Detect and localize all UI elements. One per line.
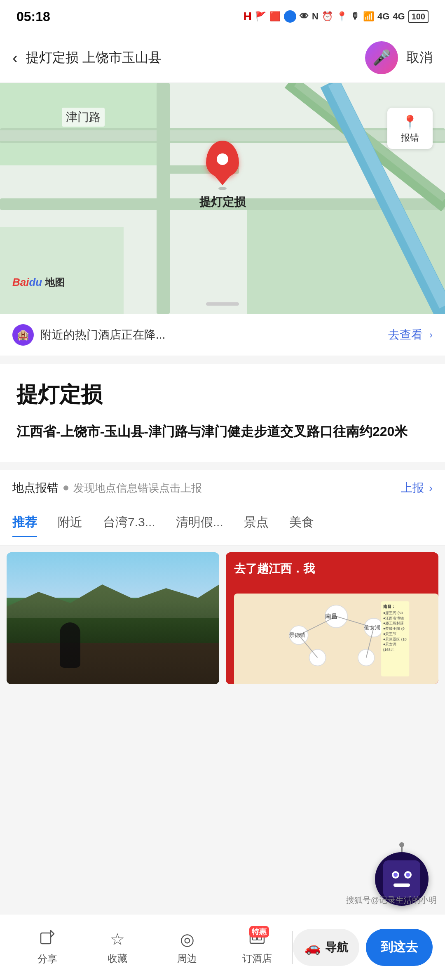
content-item-mountain[interactable] xyxy=(7,552,219,684)
svg-point-14 xyxy=(309,649,326,666)
tab-推荐[interactable]: 推荐 xyxy=(12,514,37,537)
status-time: 05:18 xyxy=(16,9,50,24)
nav-item-hotel[interactable]: 特惠 订酒店 xyxy=(222,929,292,965)
tab-景点[interactable]: 景点 xyxy=(244,514,269,537)
star-icon: ☆ xyxy=(110,930,125,949)
svg-text:(168元: (168元 xyxy=(383,648,394,652)
svg-text:●江西省博物: ●江西省博物 xyxy=(383,616,404,620)
baidu-logo: Baidu 地图 xyxy=(12,276,65,289)
error-dot-icon xyxy=(63,485,68,490)
report-link[interactable]: 上报 xyxy=(401,480,424,496)
hotel-special-badge: 特惠 xyxy=(249,926,269,938)
nav-item-share[interactable]: 分享 xyxy=(12,929,82,966)
collect-label: 收藏 xyxy=(108,952,127,965)
flag-icon-1: 🚩 xyxy=(255,11,266,22)
nav-right-buttons: 🚗 导航 到这去 xyxy=(293,929,433,966)
svg-rect-5 xyxy=(0,130,445,141)
mountain-image xyxy=(7,552,219,684)
go-here-button[interactable]: 到这去 xyxy=(366,929,433,966)
robot-left-eye xyxy=(392,871,399,879)
search-bar: ‹ 🎤 取消 xyxy=(0,33,445,83)
svg-rect-33 xyxy=(41,933,51,944)
pin-dot xyxy=(217,153,228,165)
baidu-text-bai: Bai xyxy=(12,276,29,288)
pin-shadow xyxy=(218,187,227,190)
svg-text:●景区景区 (18: ●景区景区 (18 xyxy=(383,637,407,641)
mic-status-icon: 🎙 xyxy=(351,11,360,22)
map-container: 津门路 提灯定损 Baidu 地图 📍 报错 xyxy=(0,83,445,314)
nav-item-nearby[interactable]: ◎ 周边 xyxy=(152,930,222,965)
tab-台湾[interactable]: 台湾7.3... xyxy=(103,514,155,537)
poster-map-area: 南昌 景德镇 仙女湖 南昌： ●滕王阁 (50 ●江西省博物 ●滕王阁村落 ●梦… xyxy=(234,594,438,684)
svg-text:●景女洲: ●景女洲 xyxy=(383,642,396,646)
robot-right-pupil xyxy=(406,873,410,877)
chevron-right-icon: › xyxy=(429,329,433,341)
tab-美食[interactable]: 美食 xyxy=(289,514,314,537)
hotel-nav-icon: 特惠 xyxy=(248,929,266,949)
search-input[interactable] xyxy=(26,50,357,66)
share-label: 分享 xyxy=(37,952,57,966)
battery-icon: 100 xyxy=(408,10,429,23)
nav-item-collect[interactable]: ☆ 收藏 xyxy=(82,930,152,965)
svg-text:景德镇: 景德镇 xyxy=(289,632,305,638)
alarm-icon: ⏰ xyxy=(322,11,333,22)
baidu-text-du: du xyxy=(29,276,42,288)
4g-icon-2: 4G xyxy=(393,11,405,22)
hotel-view-link[interactable]: 去查看 xyxy=(388,327,423,343)
navigate-label: 导航 xyxy=(325,940,348,955)
svg-text:●梦滕王阁 (9: ●梦滕王阁 (9 xyxy=(383,627,405,631)
report-error-button[interactable]: 📍 报错 xyxy=(387,108,433,149)
mic-button[interactable]: 🎤 xyxy=(365,41,398,74)
location-pin: 提灯定损 xyxy=(199,141,246,210)
robot-antenna-icon xyxy=(401,846,403,852)
robot-face xyxy=(383,860,420,898)
go-here-label: 到这去 xyxy=(381,939,418,956)
circle-icon xyxy=(284,10,296,23)
svg-point-15 xyxy=(358,649,375,666)
svg-text:仙女湖: 仙女湖 xyxy=(364,624,380,631)
svg-text:●滕王阁村落: ●滕王阁村落 xyxy=(383,621,404,625)
drag-handle[interactable] xyxy=(206,302,239,306)
4g-icon-1: 4G xyxy=(377,11,389,22)
svg-text:●景王节: ●景王节 xyxy=(383,632,396,636)
error-banner: 地点报错 发现地点信息错误点击上报 上报 › xyxy=(0,470,445,506)
baidu-text-map: 地图 xyxy=(45,277,65,288)
hotel-icon: 🏨 xyxy=(12,324,34,346)
hotel-banner-text: 附近的热门酒店正在降... xyxy=(40,327,382,343)
navigate-button[interactable]: 🚗 导航 xyxy=(293,929,360,966)
status-icons: H 🚩 🟥 👁 N ⏰ 📍 🎙 📶 4G 4G 100 xyxy=(244,10,429,23)
info-card: 提灯定损 江西省-上饶市-玉山县-津门路与津门健走步道交叉路口往南约220米 xyxy=(0,364,445,462)
pin-label: 提灯定损 xyxy=(199,194,246,210)
nearby-icon: ◎ xyxy=(180,930,194,949)
cancel-button[interactable]: 取消 xyxy=(406,49,433,67)
wifi-icon: 📶 xyxy=(363,11,374,22)
nearby-label: 周边 xyxy=(177,952,197,965)
hotel-nav-label: 订酒店 xyxy=(242,952,272,965)
report-icon: 📍 xyxy=(402,114,418,130)
hotel-banner: 🏨 附近的热门酒店正在降... 去查看 › xyxy=(0,314,445,356)
place-name: 提灯定损 xyxy=(16,380,429,409)
huawei-icon: H xyxy=(244,10,252,23)
watermark: 搜狐号@记录生活的小明 xyxy=(346,895,437,906)
tab-附近[interactable]: 附近 xyxy=(58,514,82,537)
mic-icon: 🎤 xyxy=(372,49,391,66)
robot-right-eye xyxy=(404,871,412,879)
flag-icon-2: 🟥 xyxy=(269,11,281,22)
bottom-nav: 分享 ☆ 收藏 ◎ 周边 特惠 订酒店 🚗 导航 到这去 xyxy=(0,914,445,980)
hotel-icon-symbol: 🏨 xyxy=(17,329,29,341)
report-text: 报错 xyxy=(401,132,419,144)
error-banner-desc: 发现地点信息错误点击上报 xyxy=(73,481,396,495)
svg-text:●滕王阁 (50: ●滕王阁 (50 xyxy=(383,611,403,615)
robot-mouth xyxy=(393,883,410,887)
place-address: 江西省-上饶市-玉山县-津门路与津门健走步道交叉路口往南约220米 xyxy=(16,422,429,441)
share-icon xyxy=(39,929,56,949)
nfc-icon: N xyxy=(312,11,319,22)
svg-text:南昌: 南昌 xyxy=(325,613,337,620)
back-button[interactable]: ‹ xyxy=(12,49,18,67)
tab-清明[interactable]: 清明假... xyxy=(176,514,223,537)
svg-rect-7 xyxy=(157,83,170,314)
svg-line-18 xyxy=(299,635,317,658)
svg-rect-3 xyxy=(0,227,124,314)
category-tabs: 推荐 附近 台湾7.3... 清明假... 景点 美食 xyxy=(0,506,445,546)
content-item-poster[interactable]: 去了趟江西．我 南昌 景德镇 仙女湖 xyxy=(226,552,438,684)
